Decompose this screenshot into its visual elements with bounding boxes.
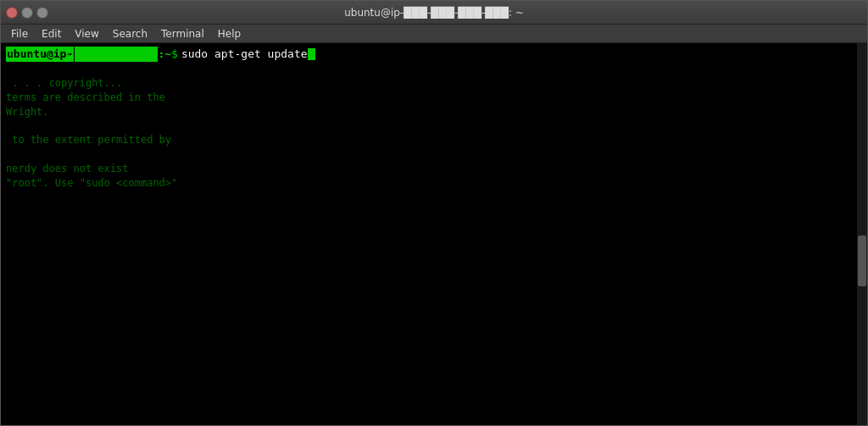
prompt-host-block1	[75, 47, 97, 62]
scrollbar-thumb[interactable]	[858, 235, 866, 286]
terminal-area[interactable]: ubuntu@ip- :~$ sudo apt-get update . . .…	[1, 43, 867, 425]
output-line-8: nerdy does not exist	[6, 162, 862, 176]
output-line-3: terms are described in the	[6, 91, 862, 105]
scrollbar[interactable]	[857, 43, 867, 425]
prompt-path: :~	[158, 47, 171, 62]
output-line-1	[6, 62, 862, 76]
window-title: ubuntu@ip-███-███-███-███: ~	[344, 7, 524, 19]
titlebar: ubuntu@ip-███-███-███-███: ~	[1, 1, 867, 25]
terminal-content: ubuntu@ip- :~$ sudo apt-get update . . .…	[6, 47, 862, 190]
output-line-6: to the extent permitted by	[6, 133, 862, 147]
cursor	[308, 48, 315, 60]
output-line-5	[6, 119, 862, 133]
maximize-button[interactable]	[36, 7, 48, 19]
prompt-user: ubuntu@ip-	[6, 47, 74, 62]
close-button[interactable]	[6, 7, 18, 19]
window-controls	[6, 7, 48, 19]
menu-help[interactable]: Help	[211, 26, 248, 41]
prompt-host-block2	[105, 47, 128, 62]
terminal-window: ubuntu@ip-███-███-███-███: ~ File Edit V…	[0, 0, 868, 426]
menu-edit[interactable]: Edit	[35, 26, 68, 41]
output-line-7	[6, 147, 862, 162]
prompt-host-sep2	[128, 47, 135, 62]
menu-terminal[interactable]: Terminal	[154, 26, 211, 41]
output-line-9: "root". Use "sudo <command>"	[6, 176, 862, 191]
prompt-symbol: $	[171, 47, 178, 62]
minimize-button[interactable]	[21, 7, 33, 19]
menu-view[interactable]: View	[68, 26, 105, 41]
menu-file[interactable]: File	[4, 26, 35, 41]
command-text: sudo apt-get update	[181, 47, 308, 62]
prompt-host-block3	[135, 47, 158, 62]
output-line-2: . . . copyright...	[6, 76, 862, 91]
prompt-host-sep1	[98, 47, 105, 62]
output-line-4: Wright.	[6, 105, 862, 119]
menubar: File Edit View Search Terminal Help	[1, 25, 867, 43]
prompt-line: ubuntu@ip- :~$ sudo apt-get update	[6, 47, 862, 62]
menu-search[interactable]: Search	[106, 26, 154, 41]
